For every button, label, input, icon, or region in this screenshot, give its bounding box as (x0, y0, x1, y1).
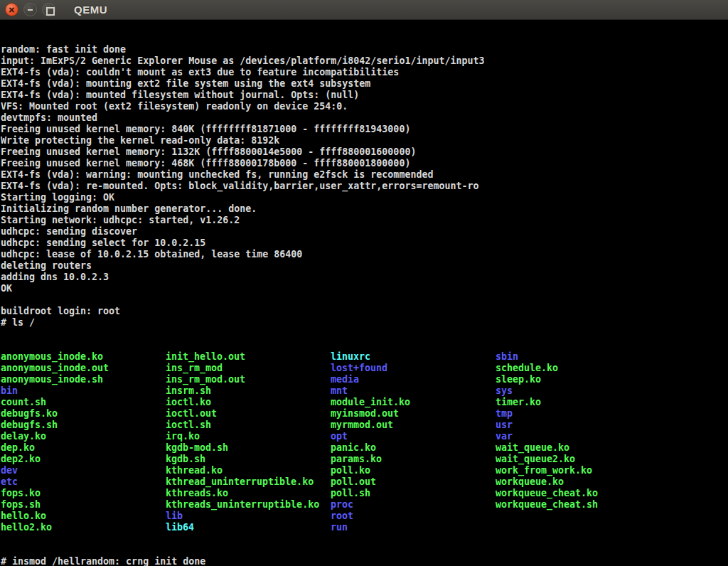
ls-row: dep.kokgdb-mod.shpanic.kowait_queue.ko (1, 442, 728, 454)
file-entry: anonymous_inode.ko (1, 351, 166, 363)
ls-row: anonymous_inode.outins_rm_modlost+founds… (1, 363, 728, 374)
file-entry: ins_rm_mod (166, 363, 331, 374)
file-entry: count.sh (1, 397, 166, 408)
directory-entry: lost+found (331, 363, 496, 374)
file-entry: sleep.ko (496, 374, 660, 385)
minimize-icon[interactable] (23, 3, 37, 16)
ls-row: bininsrm.shmntsys (1, 385, 728, 397)
ls-row: debugfs.koioctl.outmyinsmod.outtmp (1, 408, 728, 420)
directory-entry: usr (496, 420, 660, 431)
file-entry: poll.sh (331, 488, 496, 499)
directory-entry: sys (496, 385, 660, 397)
directory-entry: run (331, 522, 496, 533)
console-line: EXT4-fs (vda): re-mounted. Opts: block_v… (1, 181, 728, 192)
file-entry: irq.ko (166, 431, 331, 442)
console-line: Initializing random number generator... … (1, 203, 728, 215)
file-entry: poll.ko (331, 465, 496, 476)
file-entry: poll.out (331, 476, 496, 488)
file-entry: workqueue_cheat.sh (496, 499, 660, 511)
file-entry: init_hello.out (166, 351, 331, 363)
close-icon[interactable] (5, 3, 18, 16)
directory-entry: dev (1, 465, 166, 476)
file-entry: myinsmod.out (331, 408, 496, 420)
console-line: Write protecting the kernel read-only da… (1, 135, 728, 146)
file-entry: params.ko (331, 454, 496, 465)
console-line: Freeing unused kernel memory: 1132K (fff… (1, 146, 728, 158)
console-line: Freeing unused kernel memory: 840K (ffff… (1, 124, 728, 135)
ls-row: etckthread_uninterruptible.kopoll.outwor… (1, 476, 728, 488)
file-entry: panic.ko (331, 442, 496, 454)
shell-log: # insmod /hellrandom: crng init done# in… (1, 556, 728, 566)
ls-row: dep2.kokgdb.shparams.kowait_queue2.ko (1, 454, 728, 465)
directory-entry: tmp (496, 408, 660, 420)
console-line: Starting logging: OK (1, 192, 728, 203)
ls-row: delay.koirq.kooptvar (1, 431, 728, 442)
directory-entry: opt (331, 431, 496, 442)
ls-row: devkthread.kopoll.kowork_from_work.ko (1, 465, 728, 476)
ls-row: debugfs.shioctl.shmyrmmod.outusr (1, 420, 728, 431)
console-line: OK (1, 283, 728, 294)
console-line (1, 294, 728, 306)
console-line: EXT4-fs (vda): mounted filesystem withou… (1, 90, 728, 101)
console-line: deleting routers (1, 260, 728, 272)
console-line: EXT4-fs (vda): couldn't mount as ext3 du… (1, 67, 728, 78)
console-line: adding dns 10.0.2.3 (1, 272, 728, 283)
ls-row: hello.kolibroot (1, 511, 728, 522)
directory-entry: mnt (331, 385, 496, 397)
file-entry: wait_queue.ko (496, 442, 660, 454)
symlink-entry: linuxrc (331, 351, 496, 363)
qemu-window: QEMU random: fast init doneinput: ImExPS… (0, 0, 728, 566)
file-entry: ioctl.sh (166, 420, 331, 431)
file-entry: dep.ko (1, 442, 166, 454)
file-entry: kthread_uninterruptible.ko (166, 476, 331, 488)
file-entry: ioctl.ko (166, 397, 331, 408)
console-line: # insmod /hellrandom: crng init done (1, 556, 728, 566)
directory-entry: sbin (496, 351, 660, 363)
console-line: input: ImExPS/2 Generic Explorer Mouse a… (1, 55, 728, 67)
file-entry: debugfs.ko (1, 408, 166, 420)
file-entry: kgdb-mod.sh (166, 442, 331, 454)
console-line: Starting network: udhcpc: started, v1.26… (1, 215, 728, 226)
file-entry: schedule.ko (496, 363, 660, 374)
file-entry: workqueue.ko (496, 476, 660, 488)
directory-entry: bin (1, 385, 166, 397)
console-line: VFS: Mounted root (ext2 filesystem) read… (1, 101, 728, 112)
file-entry: module_init.ko (331, 397, 496, 408)
directory-entry: media (331, 374, 496, 385)
file-entry: kgdb.sh (166, 454, 331, 465)
directory-entry: proc (331, 499, 496, 511)
terminal-screen[interactable]: random: fast init doneinput: ImExPS/2 Ge… (0, 20, 728, 566)
file-entry: workqueue_cheat.ko (496, 488, 660, 499)
file-entry: kthreads_uninterruptible.ko (166, 499, 331, 511)
window-titlebar[interactable]: QEMU (0, 0, 728, 20)
file-entry: fops.sh (1, 499, 166, 511)
ls-row: fops.shkthreads_uninterruptible.koprocwo… (1, 499, 728, 511)
ls-row: count.shioctl.komodule_init.kotimer.ko (1, 397, 728, 408)
symlink-entry: lib64 (166, 522, 331, 533)
maximize-icon[interactable] (42, 3, 55, 16)
console-line: Freeing unused kernel memory: 468K (ffff… (1, 158, 728, 169)
ls-row: anonymous_inode.shins_rm_mod.outmediasle… (1, 374, 728, 385)
directory-entry: etc (1, 476, 166, 488)
directory-entry: lib (166, 511, 331, 522)
console-line: devtmpfs: mounted (1, 112, 728, 124)
file-entry: work_from_work.ko (496, 465, 660, 476)
file-entry: debugfs.sh (1, 420, 166, 431)
console-line: EXT4-fs (vda): warning: mounting uncheck… (1, 169, 728, 181)
ls-output: anonymous_inode.koinit_hello.outlinuxrcs… (1, 351, 728, 533)
file-entry: hello2.ko (1, 522, 166, 533)
console-line: buildroot login: root (1, 306, 728, 317)
window-title: QEMU (74, 4, 107, 16)
file-entry: fops.ko (1, 488, 166, 499)
ls-row: fops.kokthreads.kopoll.shworkqueue_cheat… (1, 488, 728, 499)
console-line: udhcpc: sending select for 10.0.2.15 (1, 237, 728, 249)
file-entry: myrmmod.out (331, 420, 496, 431)
directory-entry: root (331, 511, 496, 522)
file-entry: kthreads.ko (166, 488, 331, 499)
console-line: udhcpc: sending discover (1, 226, 728, 237)
console-line: # ls / (1, 317, 728, 329)
file-entry: anonymous_inode.sh (1, 374, 166, 385)
directory-entry: var (496, 431, 660, 442)
ls-row: hello2.kolib64run (1, 522, 728, 533)
console-line: udhcpc: lease of 10.0.2.15 obtained, lea… (1, 249, 728, 260)
